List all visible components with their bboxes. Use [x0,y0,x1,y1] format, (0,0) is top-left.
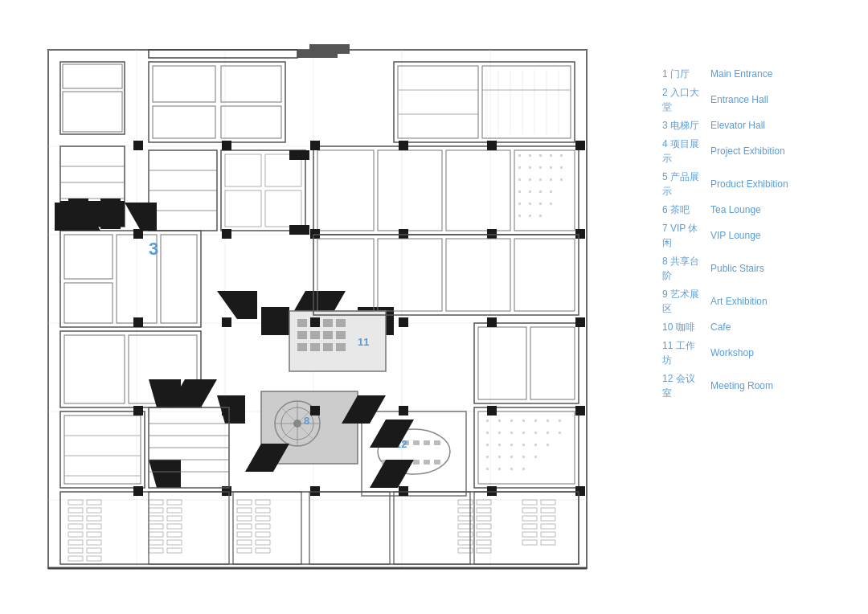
svg-rect-258 [487,141,497,150]
svg-rect-110 [336,319,346,327]
svg-rect-241 [541,508,555,513]
svg-rect-70 [529,166,531,169]
svg-rect-189 [87,540,101,545]
legend-en-label: Cafe [707,317,844,336]
svg-rect-243 [541,524,555,529]
svg-rect-162 [510,444,513,446]
legend-area: 1 门厅Main Entrance2 入口大堂Entrance Hall3 电梯… [659,64,844,402]
svg-rect-266 [133,317,143,327]
svg-rect-154 [498,432,501,434]
svg-rect-174 [522,468,525,470]
svg-rect-82 [550,190,552,193]
svg-rect-113 [323,331,333,339]
svg-rect-197 [149,540,163,545]
svg-rect-65 [529,154,531,157]
svg-rect-193 [149,508,163,513]
svg-rect-142 [478,327,526,399]
svg-rect-168 [510,456,513,458]
svg-rect-274 [310,406,320,415]
legend-row: 9 艺术展区Art Exhibition [659,284,844,317]
svg-rect-139 [424,460,430,465]
svg-rect-150 [534,420,537,422]
svg-rect-276 [487,406,497,415]
svg-rect-238 [522,532,537,537]
legend-num-label: 12 会议室 [659,369,707,402]
svg-rect-55 [225,154,261,186]
svg-marker-91 [125,203,157,231]
svg-rect-153 [486,432,489,434]
legend-num-label: 8 共享台阶 [659,252,707,284]
svg-rect-186 [87,516,101,521]
svg-rect-256 [310,141,320,150]
svg-rect-117 [323,343,333,351]
svg-rect-233 [477,548,491,553]
svg-rect-299 [474,492,579,564]
legend-num-label: 9 艺术展区 [659,284,707,317]
svg-rect-61 [378,150,442,231]
svg-rect-211 [237,540,252,545]
legend-row: 7 VIP 休闲VIP Lounge [659,219,844,252]
svg-rect-199 [167,500,182,505]
svg-rect-151 [547,420,549,422]
svg-rect-86 [550,203,552,205]
svg-rect-60 [317,150,374,231]
svg-rect-132 [413,440,420,445]
svg-rect-140 [434,460,440,465]
svg-rect-196 [149,532,163,537]
svg-rect-71 [539,166,542,169]
svg-rect-261 [222,229,231,239]
svg-rect-157 [534,432,537,434]
svg-rect-213 [256,500,270,505]
svg-rect-277 [575,406,585,415]
svg-rect-66 [539,154,542,157]
svg-rect-69 [518,166,521,169]
svg-rect-227 [477,500,491,505]
svg-rect-202 [167,524,182,529]
legend-row: 1 门厅Main Entrance [659,64,844,83]
room-label-3: 3 [149,239,158,259]
svg-rect-29 [394,62,575,142]
svg-rect-47 [64,283,113,323]
svg-rect-14 [60,62,125,134]
svg-rect-267 [222,317,231,327]
svg-rect-114 [336,331,346,339]
svg-rect-24 [221,66,281,102]
svg-rect-166 [486,456,489,458]
svg-rect-215 [256,516,270,521]
svg-rect-280 [310,486,320,496]
svg-rect-207 [237,508,252,513]
legend-row: 4 项目展示Project Exhibition [659,134,844,167]
svg-rect-242 [541,516,555,521]
svg-rect-232 [477,540,491,545]
svg-rect-57 [225,190,261,227]
legend-en-label: Elevator Hall [707,116,844,134]
svg-rect-156 [522,432,525,434]
svg-rect-30 [398,66,478,138]
svg-rect-269 [399,317,408,327]
svg-rect-194 [149,516,163,521]
legend-table: 1 门厅Main Entrance2 入口大堂Entrance Hall3 电梯… [659,64,844,402]
svg-rect-235 [522,508,537,513]
svg-rect-214 [256,508,270,513]
svg-rect-79 [518,190,521,193]
svg-rect-203 [167,532,182,537]
legend-num-label: 6 茶吧 [659,200,707,219]
svg-rect-265 [575,229,585,239]
floor-plan-svg: 11 8 [24,24,619,590]
svg-rect-260 [133,229,143,239]
svg-rect-264 [487,229,497,239]
legend-row: 6 茶吧Tea Lounge [659,200,844,219]
legend-num-label: 1 门厅 [659,64,707,83]
svg-rect-46 [64,235,113,279]
legend-row: 10 咖啡Cafe [659,317,844,336]
svg-rect-240 [541,500,555,505]
legend-row: 12 会议室Meeting Room [659,369,844,402]
svg-rect-64 [518,154,521,157]
svg-rect-67 [550,154,552,157]
svg-rect-172 [498,468,501,470]
legend-row: 8 共享台阶Public Stairs [659,252,844,284]
svg-rect-228 [477,508,491,513]
svg-rect-63 [514,150,575,231]
svg-rect-183 [68,556,83,561]
svg-rect-44 [100,199,121,229]
